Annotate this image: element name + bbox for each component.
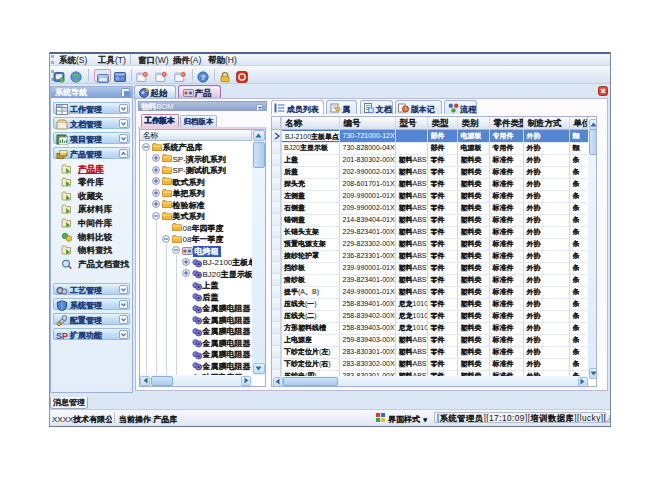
svg-text:P: P bbox=[62, 331, 68, 341]
svg-text:?: ? bbox=[201, 72, 206, 81]
